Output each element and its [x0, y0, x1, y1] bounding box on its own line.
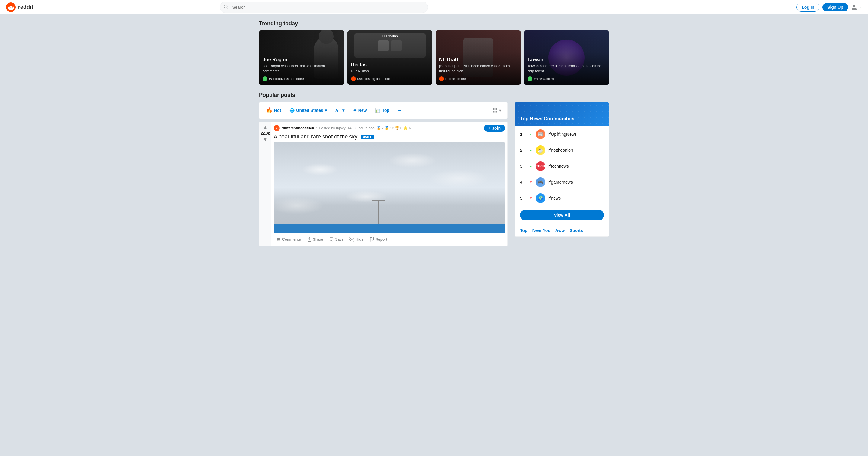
- chevron-down-icon: ▾: [325, 108, 327, 113]
- comm-avatar-3: TECH: [536, 161, 546, 171]
- trending-card-desc-risitas: RIP Risitas: [351, 69, 429, 74]
- community-item-4[interactable]: 4 ▼ 🎮 r/gamernews: [515, 174, 609, 190]
- subreddit-avatar: i: [274, 125, 280, 131]
- svg-rect-5: [493, 111, 495, 113]
- trending-section: Trending today Joe Rogan Joe Rogan walks…: [259, 21, 609, 85]
- subreddit-name[interactable]: r/interestingasfuck: [282, 126, 314, 130]
- upvote-button[interactable]: ▲: [262, 125, 268, 130]
- post-image: [274, 142, 505, 233]
- post-author: Posted by u/jayy8143: [319, 126, 354, 130]
- new-filter-button[interactable]: ✦ New: [350, 106, 370, 115]
- trending-card-overlay-rogan: Joe Rogan Joe Rogan walks back anti-vacc…: [259, 30, 344, 85]
- comments-button[interactable]: Comments: [274, 235, 303, 244]
- community-list: 1 ▲ 📰 r/UpliftingNews 2 ▲ ☕ r/nottheonio…: [515, 126, 609, 206]
- footer-link-aww[interactable]: Aww: [555, 228, 565, 233]
- footer-link-near-you[interactable]: Near You: [532, 228, 551, 233]
- community-item-2[interactable]: 2 ▲ ☕ r/nottheonion: [515, 142, 609, 158]
- post-card[interactable]: ▲ 22.0k ▼ i r/interestingasfuck • Posted…: [259, 122, 508, 247]
- header-right: Log In Sign Up: [797, 3, 862, 12]
- globe-icon: 🌐: [289, 108, 294, 113]
- svg-rect-6: [496, 111, 497, 113]
- sidebar-title: Top News Communities: [520, 116, 574, 122]
- svg-rect-3: [493, 108, 495, 110]
- blue-strip: [274, 224, 505, 233]
- trending-grid: Joe Rogan Joe Rogan walks back anti-vacc…: [259, 30, 609, 85]
- filter-bar: 🔥 Hot 🌐 United States ▾ All ▾ ✦ New: [259, 102, 508, 119]
- top-filter-button[interactable]: 📊 Top: [372, 106, 392, 115]
- chevron-layout-icon: ▾: [499, 108, 501, 113]
- comm-avatar-5: 🌍: [536, 193, 546, 203]
- hot-filter-button[interactable]: 🔥 Hot: [263, 105, 284, 116]
- comm-rank-4: 4: [520, 180, 526, 185]
- share-button[interactable]: Share: [305, 235, 326, 244]
- comm-avatar-1: 📰: [536, 129, 546, 139]
- hide-icon: [349, 237, 354, 242]
- sky-background: [274, 142, 505, 233]
- user-menu[interactable]: [851, 4, 862, 10]
- sidebar-header: Top News Communities: [515, 102, 609, 126]
- report-button[interactable]: Report: [367, 235, 390, 244]
- share-icon: [307, 237, 312, 242]
- trending-card-nfl[interactable]: Nfl Draft [Schefter] One NFL head coach …: [435, 30, 521, 85]
- trending-card-rogan[interactable]: Joe Rogan Joe Rogan walks back anti-vacc…: [259, 30, 344, 85]
- award-count-2: 13: [390, 126, 394, 130]
- layout-icon: [492, 107, 498, 113]
- more-filter-button[interactable]: ···: [395, 106, 404, 115]
- award-icons: 🏅 7 🥇 13 🏆 6 ⭐ 6: [376, 126, 411, 130]
- trending-card-overlay-taiwan: Taiwan Taiwan bans recruitment from Chin…: [524, 30, 609, 85]
- award-count-4: 6: [409, 126, 411, 130]
- logo-link[interactable]: reddit: [6, 2, 33, 12]
- community-item-5[interactable]: 5 ▼ 🌍 r/news: [515, 190, 609, 206]
- save-button[interactable]: Save: [327, 235, 346, 244]
- trending-card-title-taiwan: Taiwan: [528, 57, 606, 62]
- view-all-button[interactable]: View All: [520, 209, 604, 221]
- comm-trend-1: ▲: [529, 132, 533, 136]
- comm-trend-5: ▼: [529, 196, 533, 200]
- community-item-1[interactable]: 1 ▲ 📰 r/UpliftingNews: [515, 126, 609, 142]
- header: reddit Log In Sign Up: [0, 0, 868, 14]
- report-icon: [369, 237, 374, 242]
- award-count-1: 7: [382, 126, 384, 130]
- join-button[interactable]: + Join: [484, 125, 505, 132]
- footer-link-top[interactable]: Top: [520, 228, 528, 233]
- comm-name-4: r/gamernews: [548, 180, 573, 185]
- comment-icon: [276, 237, 281, 242]
- trending-card-title-risitas: Risitas: [351, 62, 429, 68]
- trending-card-overlay-risitas: Risitas RIP Risitas r/shitposting and mo…: [347, 30, 433, 85]
- sidebar-column: Top News Communities 1 ▲ 📰 r/UpliftingNe…: [515, 102, 609, 237]
- award-4: ⭐: [403, 126, 408, 130]
- hide-button[interactable]: Hide: [347, 235, 366, 244]
- sky-clouds: [274, 142, 505, 233]
- sidebar-card: Top News Communities 1 ▲ 📰 r/UpliftingNe…: [515, 102, 609, 237]
- award-2: 🥇: [384, 126, 389, 130]
- trending-card-sub-nfl: r/nfl and more: [439, 76, 517, 81]
- search-input[interactable]: [220, 1, 428, 13]
- location-filter-button[interactable]: 🌐 United States ▾: [286, 106, 330, 115]
- post-meta: i r/interestingasfuck • Posted by u/jayy…: [274, 125, 505, 132]
- trending-card-desc-taiwan: Taiwan bans recruitment from China to co…: [528, 64, 606, 74]
- post-body: i r/interestingasfuck • Posted by u/jayy…: [271, 122, 507, 246]
- post-image-wrap: [274, 142, 505, 233]
- downvote-button[interactable]: ▼: [262, 137, 268, 142]
- comm-trend-4: ▼: [529, 180, 533, 184]
- popular-section: Popular posts 🔥 Hot 🌐 United States ▾ A: [259, 92, 609, 250]
- comm-name-2: r/nottheonion: [548, 148, 573, 153]
- chevron-down-small-icon: ▾: [342, 108, 344, 113]
- sidebar-footer-links: Top Near You Aww Sports: [515, 224, 609, 236]
- all-filter-button[interactable]: All ▾: [332, 106, 347, 115]
- fire-icon: 🔥: [266, 107, 273, 114]
- footer-link-sports[interactable]: Sports: [569, 228, 583, 233]
- login-button[interactable]: Log In: [797, 3, 819, 12]
- user-icon: [851, 4, 857, 10]
- signup-button[interactable]: Sign Up: [823, 3, 848, 11]
- trending-card-risitas[interactable]: El Risitas Risitas RIP Risitas r/shitpos…: [347, 30, 433, 85]
- award-1: 🏅: [376, 126, 381, 130]
- layout-button[interactable]: ▾: [490, 105, 504, 115]
- community-item-3[interactable]: 3 ▲ TECH r/technews: [515, 158, 609, 174]
- comm-avatar-2: ☕: [536, 145, 546, 155]
- sidebar-header-pattern: [515, 102, 609, 126]
- comm-name-1: r/UpliftingNews: [548, 132, 577, 137]
- trending-card-taiwan[interactable]: Taiwan Taiwan bans recruitment from Chin…: [524, 30, 609, 85]
- svg-line-2: [227, 7, 227, 8]
- comm-trend-3: ▲: [529, 164, 533, 168]
